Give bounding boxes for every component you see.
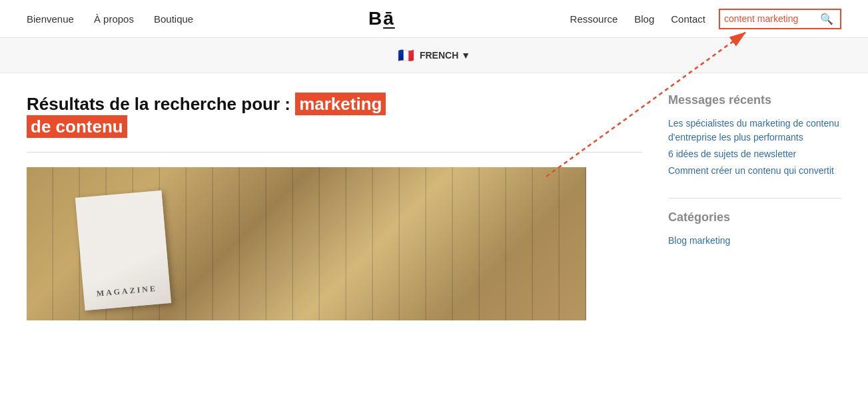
highlight-contenu: de contenu (27, 115, 127, 138)
nav-ressource[interactable]: Ressource (570, 13, 618, 25)
nav-right: Ressource Blog Contact 🔍 (570, 9, 841, 29)
logo[interactable]: Bā (368, 8, 395, 29)
highlight-marketing: marketing (295, 93, 386, 115)
recent-link-1[interactable]: Les spécialistes du marketing de contenu… (668, 117, 841, 145)
search-button[interactable]: 🔍 (817, 11, 836, 27)
header: Bienvenue À propos Boutique Bā Ressource… (0, 0, 868, 38)
magazine-overlay: MAGAZINE (75, 190, 171, 310)
recent-posts-section: Messages récents Les spécialistes du mar… (668, 93, 841, 178)
results-line2: de contenu (27, 116, 642, 139)
categories-title: Catégories (668, 210, 841, 224)
sidebar: Messages récents Les spécialistes du mar… (668, 93, 841, 320)
content-area: Résultats de la recherche pour : marketi… (27, 93, 642, 320)
category-link-1[interactable]: Blog marketing (668, 234, 841, 248)
recent-link-3[interactable]: Comment créer un contenu qui convertit (668, 164, 841, 178)
nav-left: Bienvenue À propos Boutique (27, 13, 193, 25)
results-line1: Résultats de la recherche pour : marketi… (27, 93, 642, 116)
categories-section: Catégories Blog marketing (668, 210, 841, 248)
flag-icon: 🇫🇷 (398, 47, 414, 63)
lang-bar: 🇫🇷 FRENCH ▼ (0, 38, 868, 73)
lang-selector[interactable]: FRENCH ▼ (420, 50, 470, 61)
recent-posts-title: Messages récents (668, 93, 841, 107)
magazine-text: MAGAZINE (96, 282, 158, 299)
nav-blog[interactable]: Blog (634, 13, 654, 25)
main-container: Résultats de la recherche pour : marketi… (0, 73, 868, 334)
search-results-title: Résultats de la recherche pour : marketi… (27, 93, 642, 139)
results-prefix: Résultats de la recherche pour : (27, 94, 295, 114)
nav-boutique[interactable]: Boutique (154, 13, 193, 25)
recent-link-2[interactable]: 6 idées de sujets de newsletter (668, 147, 841, 161)
sidebar-divider (668, 198, 841, 198)
search-input[interactable] (724, 13, 817, 24)
nav-contact[interactable]: Contact (671, 13, 705, 25)
search-box: 🔍 (719, 9, 841, 29)
nav-apropos[interactable]: À propos (94, 13, 134, 25)
content-divider (27, 152, 642, 153)
nav-bienvenue[interactable]: Bienvenue (27, 13, 74, 25)
nav-right-links: Ressource Blog Contact (570, 13, 705, 25)
article-thumbnail: MAGAZINE (27, 167, 586, 320)
logo-text: Bā (368, 8, 395, 29)
